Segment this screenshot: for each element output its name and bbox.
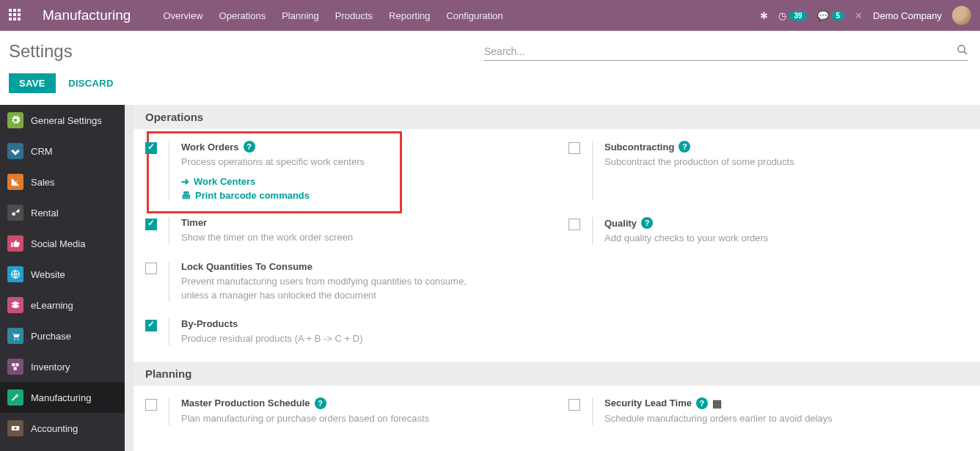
help-icon[interactable]: ? xyxy=(244,141,255,153)
sidebar-item-social[interactable]: Social Media xyxy=(0,228,125,259)
help-icon[interactable]: ? xyxy=(696,397,708,409)
setting-title-label: Security Lead Time xyxy=(604,397,692,408)
bug-icon[interactable]: ✱ xyxy=(760,10,768,21)
sidebar-item-label: Accounting xyxy=(31,423,78,434)
sidebar-item-elearning[interactable]: eLearning xyxy=(0,290,125,320)
nav-planning[interactable]: Planning xyxy=(282,10,319,21)
svg-rect-6 xyxy=(12,363,15,366)
sidebar-item-general-settings[interactable]: General Settings xyxy=(0,105,125,136)
link-label: Work Centers xyxy=(194,176,255,187)
link-work-centers[interactable]: ➔Work Centers xyxy=(181,176,545,187)
wrench-icon xyxy=(7,389,23,406)
help-icon[interactable]: ? xyxy=(679,141,690,153)
sidebar-item-label: Website xyxy=(31,269,65,280)
activities-badge: 39 xyxy=(789,11,806,21)
page-title: Settings xyxy=(9,41,73,62)
key-icon xyxy=(7,205,23,221)
arrow-right-icon: ➔ xyxy=(181,176,189,187)
user-avatar[interactable] xyxy=(952,6,971,25)
discard-button[interactable]: DISCARD xyxy=(58,73,123,93)
cart-icon xyxy=(7,328,23,344)
section-planning-title: Planning xyxy=(134,362,980,386)
sidebar-scrollbar[interactable] xyxy=(125,105,134,451)
nav-products[interactable]: Products xyxy=(335,10,373,21)
setting-desc: Produce residual products (A + B -> C + … xyxy=(181,332,489,345)
svg-line-1 xyxy=(964,51,967,54)
sidebar-item-crm[interactable]: CRM xyxy=(0,136,125,166)
setting-title-label: Lock Quantities To Consume xyxy=(181,261,312,272)
company-menu[interactable]: Demo Company xyxy=(873,10,942,21)
setting-timer: Timer Show the timer on the work order s… xyxy=(134,205,557,249)
svg-point-4 xyxy=(14,339,15,340)
handshake-icon xyxy=(7,143,23,159)
checkbox-mps[interactable] xyxy=(145,399,157,411)
setting-desc: Show the timer on the work order screen xyxy=(181,231,489,244)
sidebar-item-label: Rental xyxy=(31,208,59,219)
setting-desc: Subcontract the production of some produ… xyxy=(604,155,913,169)
search-input[interactable] xyxy=(484,43,957,60)
setting-work-orders: Work Orders ? Process operations at spec… xyxy=(134,129,557,205)
sidebar-item-label: Social Media xyxy=(31,238,85,249)
sidebar-item-label: Manufacturing xyxy=(31,392,91,403)
sidebar-item-inventory[interactable]: Inventory xyxy=(0,351,125,382)
sidebar-item-purchase[interactable]: Purchase xyxy=(0,320,125,351)
apps-icon[interactable] xyxy=(9,9,22,22)
checkbox-by-products[interactable] xyxy=(145,320,157,331)
search-icon[interactable] xyxy=(957,44,968,58)
help-icon[interactable]: ? xyxy=(315,397,326,409)
setting-desc: Schedule manufacturing orders earlier to… xyxy=(604,412,913,425)
checkbox-work-orders[interactable] xyxy=(145,142,157,154)
nav-reporting[interactable]: Reporting xyxy=(389,10,430,21)
sidebar-item-label: Purchase xyxy=(31,331,71,342)
sidebar-item-website[interactable]: Website xyxy=(0,259,125,290)
sidebar-item-sales[interactable]: Sales xyxy=(0,166,125,197)
setting-title-label: Quality xyxy=(604,218,637,229)
setting-desc: Process operations at specific work cent… xyxy=(181,155,489,169)
sidebar-item-project[interactable]: Project xyxy=(0,444,125,451)
checkbox-lock-quantities[interactable] xyxy=(145,263,157,274)
sidebar-item-rental[interactable]: Rental xyxy=(0,197,125,228)
svg-point-5 xyxy=(18,339,19,340)
setting-lock-quantities: Lock Quantities To Consume Prevent manuf… xyxy=(134,249,557,306)
gear-icon xyxy=(7,112,23,128)
action-bar: SAVE DISCARD xyxy=(0,66,980,105)
link-label: Print barcode commands xyxy=(195,190,310,201)
checkbox-subcontracting[interactable] xyxy=(568,142,580,154)
sidebar-item-label: CRM xyxy=(31,146,53,157)
setting-desc: Add quality checks to your work orders xyxy=(604,232,913,245)
sidebar-item-label: Inventory xyxy=(31,362,70,373)
top-navbar: Manufacturing Overview Operations Planni… xyxy=(0,0,980,31)
nav-configuration[interactable]: Configuration xyxy=(446,10,502,21)
setting-title-label: Timer xyxy=(181,217,207,228)
setting-security-lead-time: Security Lead Time ? ▦ Schedule manufact… xyxy=(557,386,980,430)
boxes-icon xyxy=(7,359,23,375)
chat-icon: 💬 xyxy=(817,10,829,21)
print-icon: 🖶 xyxy=(181,190,191,201)
cap-icon xyxy=(7,297,23,313)
app-brand: Manufacturing xyxy=(43,7,131,23)
setting-desc: Prevent manufacturing users from modifyi… xyxy=(181,275,489,301)
setting-title-label: Work Orders xyxy=(181,142,239,153)
nav-operations[interactable]: Operations xyxy=(219,10,266,21)
thumb-icon xyxy=(7,235,23,252)
save-button[interactable]: SAVE xyxy=(9,73,56,93)
checkbox-quality[interactable] xyxy=(568,219,580,230)
settings-content: Operations Work Orders ? Process operati… xyxy=(134,105,980,451)
clock-icon: ◷ xyxy=(778,10,786,21)
help-icon[interactable]: ? xyxy=(641,217,653,229)
nav-links: Overview Operations Planning Products Re… xyxy=(163,10,502,21)
activities-button[interactable]: ◷ 39 xyxy=(778,10,806,21)
setting-by-products: By-Products Produce residual products (A… xyxy=(134,307,557,362)
sidebar-item-accounting[interactable]: Accounting xyxy=(0,413,125,444)
sidebar-item-manufacturing[interactable]: Manufacturing xyxy=(0,382,125,413)
checkbox-timer[interactable] xyxy=(145,219,157,230)
setting-title-label: By-Products xyxy=(181,318,238,329)
search-field[interactable] xyxy=(484,43,968,61)
nav-overview[interactable]: Overview xyxy=(163,10,202,21)
messages-button[interactable]: 💬 5 xyxy=(817,10,845,21)
link-print-barcode[interactable]: 🖶Print barcode commands xyxy=(181,190,545,201)
wrench-icon[interactable]: ✕ xyxy=(855,10,863,21)
checkbox-security-lead-time[interactable] xyxy=(568,399,580,411)
setting-desc: Plan manufacturing or purchase orders ba… xyxy=(181,412,489,425)
subheader: Settings xyxy=(0,31,980,66)
